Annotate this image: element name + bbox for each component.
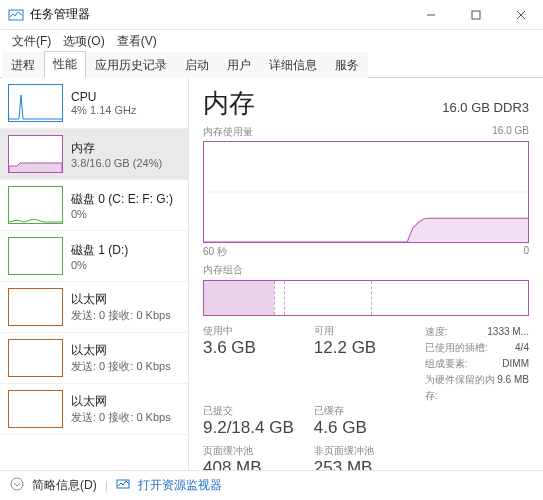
tab-processes[interactable]: 进程	[2, 52, 44, 78]
close-button[interactable]	[498, 0, 543, 30]
sidebar-item-label: 磁盘 1 (D:)	[71, 242, 180, 259]
svg-rect-8	[117, 480, 129, 488]
separator: |	[105, 479, 108, 493]
sidebar-item-sub: 3.8/16.0 GB (24%)	[71, 157, 180, 169]
maximize-button[interactable]	[453, 0, 498, 30]
sidebar-item-sub: 发送: 0 接收: 0 Kbps	[71, 308, 180, 323]
chart-ymax: 16.0 GB	[492, 125, 529, 139]
composition-label: 内存组合	[203, 263, 243, 277]
sidebar-item-cpu[interactable]: CPU4% 1.14 GHz	[0, 78, 188, 129]
menu-file[interactable]: 文件(F)	[6, 31, 57, 52]
svg-point-7	[11, 478, 23, 490]
memory-composition-chart[interactable]	[203, 280, 529, 316]
tab-performance[interactable]: 性能	[44, 51, 86, 78]
stat-label: 页面缓冲池	[203, 444, 314, 458]
tab-strip: 进程 性能 应用历史记录 启动 用户 详细信息 服务	[0, 52, 543, 78]
stat-nonpaged: 253 MB	[314, 458, 425, 470]
fewer-details-link[interactable]: 简略信息(D)	[32, 477, 97, 494]
memory-usage-chart[interactable]	[203, 141, 529, 243]
stat-in-use: 3.6 GB	[203, 338, 314, 358]
footer: 简略信息(D) | 打开资源监视器	[0, 470, 543, 500]
tab-details[interactable]: 详细信息	[260, 52, 326, 78]
sidebar-item-label: 以太网	[71, 342, 180, 359]
kv-reserved: 9.6 MB	[497, 372, 529, 404]
stat-available: 12.2 GB	[314, 338, 425, 358]
sidebar: CPU4% 1.14 GHz 内存3.8/16.0 GB (24%) 磁盘 0 …	[0, 78, 189, 470]
window-title: 任务管理器	[30, 6, 408, 23]
monitor-icon	[116, 477, 130, 494]
sidebar-item-label: 磁盘 0 (C: E: F: G:)	[71, 191, 180, 208]
sidebar-item-sub: 0%	[71, 259, 180, 271]
menu-options[interactable]: 选项(O)	[57, 31, 110, 52]
sidebar-item-ethernet0[interactable]: 以太网发送: 0 接收: 0 Kbps	[0, 282, 188, 333]
sidebar-item-ethernet1[interactable]: 以太网发送: 0 接收: 0 Kbps	[0, 333, 188, 384]
ethernet-thumb-icon	[8, 390, 63, 428]
sidebar-item-sub: 发送: 0 接收: 0 Kbps	[71, 410, 180, 425]
stat-label: 非页面缓冲池	[314, 444, 425, 458]
sidebar-item-sub: 0%	[71, 208, 180, 220]
chart-title: 内存使用量	[203, 125, 253, 139]
x-axis-right: 0	[523, 245, 529, 259]
sidebar-item-label: 内存	[71, 140, 180, 157]
tab-startup[interactable]: 启动	[176, 52, 218, 78]
memory-spec: 16.0 GB DDR3	[442, 100, 529, 115]
kv-key: 速度:	[425, 324, 488, 340]
cpu-thumb-icon	[8, 84, 63, 122]
sidebar-item-label: 以太网	[71, 393, 180, 410]
svg-marker-6	[204, 218, 528, 242]
chevron-down-icon[interactable]	[10, 477, 24, 494]
disk-thumb-icon	[8, 237, 63, 275]
stat-label: 使用中	[203, 324, 314, 338]
page-title: 内存	[203, 86, 255, 121]
stat-label: 已缓存	[314, 404, 425, 418]
open-resource-monitor-link[interactable]: 打开资源监视器	[138, 477, 222, 494]
stat-paged: 408 MB	[203, 458, 314, 470]
app-icon	[8, 7, 24, 23]
memory-thumb-icon	[8, 135, 63, 173]
ethernet-thumb-icon	[8, 339, 63, 377]
window-controls	[408, 0, 543, 30]
minimize-button[interactable]	[408, 0, 453, 30]
sidebar-item-disk1[interactable]: 磁盘 1 (D:)0%	[0, 231, 188, 282]
kv-speed: 1333 M...	[487, 324, 529, 340]
sidebar-item-label: CPU	[71, 90, 180, 104]
sidebar-item-disk0[interactable]: 磁盘 0 (C: E: F: G:)0%	[0, 180, 188, 231]
tab-services[interactable]: 服务	[326, 52, 368, 78]
kv-form: DIMM	[502, 356, 529, 372]
stat-committed: 9.2/18.4 GB	[203, 418, 314, 438]
stat-label: 可用	[314, 324, 425, 338]
main-panel: 内存 16.0 GB DDR3 内存使用量 16.0 GB 60 秒 0 内存组…	[189, 78, 543, 470]
sidebar-item-sub: 发送: 0 接收: 0 Kbps	[71, 359, 180, 374]
stat-cached: 4.6 GB	[314, 418, 425, 438]
tab-users[interactable]: 用户	[218, 52, 260, 78]
kv-slots: 4/4	[515, 340, 529, 356]
kv-key: 已使用的插槽:	[425, 340, 515, 356]
title-bar: 任务管理器	[0, 0, 543, 30]
sidebar-item-label: 以太网	[71, 291, 180, 308]
tab-app-history[interactable]: 应用历史记录	[86, 52, 176, 78]
stat-label: 已提交	[203, 404, 314, 418]
x-axis-left: 60 秒	[203, 245, 227, 259]
svg-rect-2	[472, 11, 480, 19]
sidebar-item-sub: 4% 1.14 GHz	[71, 104, 180, 116]
kv-key: 为硬件保留的内存:	[425, 372, 498, 404]
disk-thumb-icon	[8, 186, 63, 224]
menu-bar: 文件(F) 选项(O) 查看(V)	[0, 30, 543, 52]
menu-view[interactable]: 查看(V)	[111, 31, 163, 52]
sidebar-item-ethernet2[interactable]: 以太网发送: 0 接收: 0 Kbps	[0, 384, 188, 435]
ethernet-thumb-icon	[8, 288, 63, 326]
sidebar-item-memory[interactable]: 内存3.8/16.0 GB (24%)	[0, 129, 188, 180]
kv-key: 组成要素:	[425, 356, 503, 372]
